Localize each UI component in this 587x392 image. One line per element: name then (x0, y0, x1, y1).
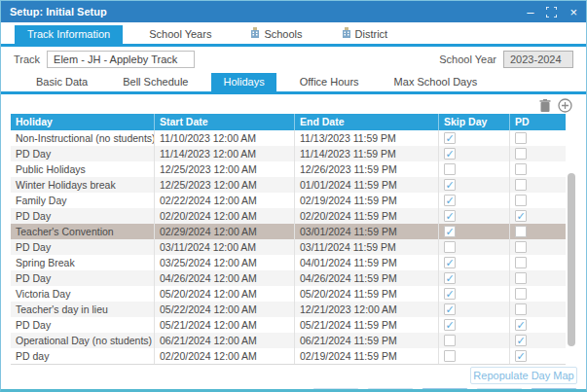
building-icon (250, 25, 260, 44)
new-button[interactable]: New (367, 388, 414, 392)
trash-icon[interactable] (539, 99, 551, 112)
table-row[interactable]: PD Day 11/14/2023 12:00 AM 11/14/2023 11… (11, 146, 566, 161)
skip-day-cell: ✓ (439, 255, 510, 270)
holidays-table: Holiday Start Date End Date Skip Day PD … (11, 114, 566, 365)
pd-checkbox[interactable] (515, 179, 527, 191)
skip-day-checkbox[interactable]: ✓ (444, 179, 456, 191)
pd-cell (510, 161, 566, 177)
vertical-scrollbar[interactable] (568, 173, 575, 346)
table-row[interactable]: PD Day 03/11/2024 12:00 AM 03/11/2024 11… (11, 239, 566, 255)
skip-day-checkbox[interactable] (444, 241, 456, 253)
school-year-input (503, 51, 573, 68)
close-icon[interactable]: × (569, 6, 577, 18)
tab-district[interactable]: District (329, 25, 401, 44)
pd-checkbox[interactable]: ✓ (515, 319, 527, 331)
pd-cell (510, 270, 566, 286)
pd-checkbox[interactable] (515, 272, 527, 284)
table-row[interactable]: PD Day 04/26/2024 12:00 AM 04/26/2024 11… (11, 270, 566, 286)
skip-day-checkbox[interactable] (444, 163, 456, 175)
tab-max-school-days[interactable]: Max School Days (383, 73, 490, 91)
end-date-cell: 02/20/2024 11:59 PM (295, 208, 439, 224)
minimize-icon[interactable]: – (527, 6, 533, 18)
column-header-skip-day[interactable]: Skip Day (439, 114, 510, 130)
pd-checkbox[interactable]: ✓ (515, 350, 527, 362)
edit-button[interactable]: Edit (476, 388, 523, 392)
pd-checkbox[interactable] (515, 303, 527, 315)
tab-label: District (355, 25, 388, 44)
pd-checkbox[interactable] (515, 132, 527, 144)
skip-day-checkbox[interactable]: ✓ (444, 303, 456, 315)
end-date-cell: 05/20/2024 11:59 PM (295, 286, 439, 302)
skip-day-checkbox[interactable]: ✓ (444, 148, 456, 160)
add-circle-icon[interactable] (558, 98, 572, 113)
skip-day-checkbox[interactable]: ✓ (444, 132, 456, 144)
start-date-cell: 02/20/2024 12:00 AM (155, 348, 295, 364)
table-row[interactable]: Spring Break 03/25/2024 12:00 AM 04/01/2… (11, 255, 566, 270)
setup-dialog: Setup: Initial Setup – × Track Informati… (0, 0, 587, 392)
skip-day-checkbox[interactable]: ✓ (444, 195, 456, 206)
table-row[interactable]: Teacher's day in lieu 05/22/2024 12:00 A… (11, 302, 566, 317)
skip-day-checkbox[interactable] (444, 350, 456, 362)
end-date-cell: 04/01/2024 11:59 PM (295, 255, 439, 270)
skip-day-checkbox[interactable]: ✓ (444, 319, 456, 331)
column-header-end-date[interactable]: End Date (295, 114, 439, 130)
skip-day-checkbox[interactable]: ✓ (444, 226, 456, 237)
cancel-button[interactable]: Cancel (422, 388, 468, 392)
skip-day-checkbox[interactable]: ✓ (444, 210, 456, 222)
building-icon (342, 25, 351, 44)
table-row[interactable]: Operational Day (no students) 06/21/2024… (11, 333, 566, 348)
maximize-icon[interactable] (546, 7, 557, 18)
tab-schools[interactable]: Schools (238, 25, 314, 44)
pd-checkbox[interactable] (515, 257, 527, 268)
pd-checkbox[interactable] (515, 148, 527, 160)
skip-day-checkbox[interactable] (444, 335, 456, 346)
pd-checkbox[interactable] (515, 226, 527, 237)
tab-basic-data[interactable]: Basic Data (24, 73, 99, 91)
column-header-pd[interactable]: PD (510, 114, 566, 130)
table-row[interactable]: Victoria Day 05/20/2024 12:00 AM 05/20/2… (11, 286, 566, 302)
pd-checkbox[interactable] (515, 163, 527, 175)
start-date-cell: 05/21/2024 12:00 AM (155, 317, 295, 333)
table-row[interactable]: PD day 02/20/2024 12:00 AM 02/19/2024 11… (11, 348, 566, 364)
holiday-cell: Teacher's day in lieu (11, 302, 155, 317)
table-row[interactable]: Non-Instructional (no students) 11/10/20… (11, 130, 566, 146)
table-row[interactable]: PD Day 02/20/2024 12:00 AM 02/20/2024 11… (11, 208, 566, 224)
table-row[interactable]: Public Holidays 12/25/2023 12:00 AM 12/2… (11, 161, 566, 177)
tab-holidays[interactable]: Holidays (211, 73, 275, 91)
holiday-cell: Non-Instructional (no students) (11, 130, 155, 146)
holiday-cell: Public Holidays (11, 161, 155, 177)
start-date-cell: 02/22/2024 12:00 AM (155, 193, 295, 208)
skip-day-checkbox[interactable]: ✓ (444, 288, 456, 300)
pd-checkbox[interactable] (515, 241, 527, 253)
column-header-start-date[interactable]: Start Date (155, 114, 295, 130)
start-date-cell: 05/20/2024 12:00 AM (155, 286, 295, 302)
tab-school-years[interactable]: School Years (136, 25, 224, 44)
start-date-cell: 03/11/2024 12:00 AM (155, 239, 295, 255)
table-row[interactable]: PD Day 05/21/2024 12:00 AM 05/21/2024 11… (11, 317, 566, 333)
track-input[interactable] (47, 51, 195, 68)
skip-day-checkbox[interactable]: ✓ (444, 272, 456, 284)
table-row[interactable]: Teacher's Convention 02/29/2024 12:00 AM… (11, 224, 566, 239)
skip-day-cell: ✓ (439, 130, 510, 146)
tab-track-information[interactable]: Track Information (15, 25, 123, 44)
table-row[interactable]: Family Day 02/22/2024 12:00 AM 02/19/202… (11, 193, 566, 208)
pd-checkbox[interactable]: ✓ (515, 210, 527, 222)
pd-checkbox[interactable] (515, 195, 527, 206)
tab-bell-schedule[interactable]: Bell Schedule (111, 73, 200, 91)
column-header-holiday[interactable]: Holiday (11, 114, 155, 130)
tab-underline (1, 44, 586, 47)
pd-cell (510, 302, 566, 317)
table-row[interactable]: Winter Holidays break 12/25/2023 12:00 A… (11, 177, 566, 193)
holiday-cell: PD Day (11, 146, 155, 161)
skip-day-checkbox[interactable]: ✓ (444, 257, 456, 268)
pd-checkbox[interactable]: ✓ (515, 335, 527, 346)
skip-day-cell: ✓ (439, 208, 510, 224)
skip-day-cell: ✓ (439, 224, 510, 239)
title-bar: Setup: Initial Setup – × (1, 1, 586, 22)
tab-office-hours[interactable]: Office Hours (288, 73, 371, 91)
end-date-cell: 02/19/2024 11:59 PM (295, 193, 439, 208)
pd-checkbox[interactable] (515, 288, 527, 300)
repopulate-day-map-button[interactable]: Repopulate Day Map (470, 367, 577, 384)
delete-button[interactable]: Delete (312, 388, 359, 392)
save-button[interactable]: Save (531, 388, 577, 392)
